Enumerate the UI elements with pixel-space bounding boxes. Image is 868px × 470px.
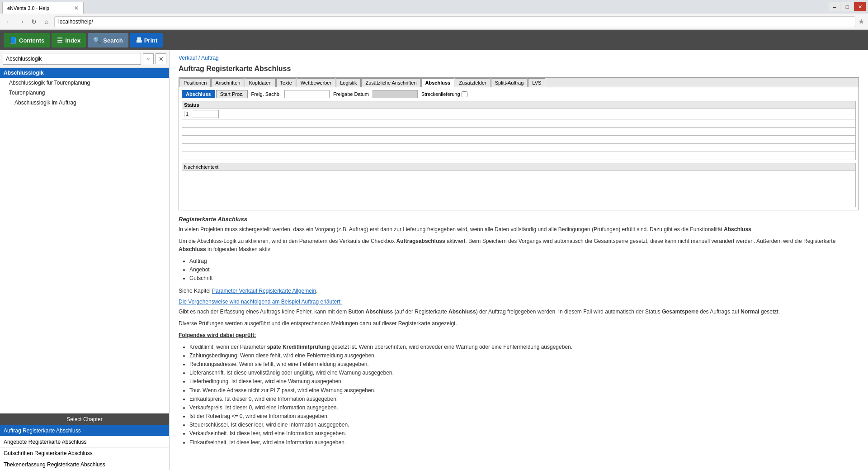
back-button[interactable]: ← bbox=[4, 17, 14, 27]
chapter-item-0[interactable]: Auftrag Registerkarte Abschluss bbox=[0, 425, 169, 437]
see-also-link[interactable]: Parameter Verkauf Registerkarte Allgemei… bbox=[212, 288, 316, 294]
page-title: Auftrag Registerkarte Abschluss bbox=[179, 65, 859, 73]
checked-item-2: Rechnungsadresse. Wenn sie fehlt, wird e… bbox=[189, 360, 859, 369]
checked-item-0: Kreditlimit, wenn der Parameter späte Kr… bbox=[189, 343, 859, 351]
example-link[interactable]: Die Vorgehensweise wird nachfolgend am B… bbox=[179, 299, 859, 305]
checked-item-1: Zahlungsbedingung. Wenn diese fehlt, wir… bbox=[189, 351, 859, 360]
bullet-list: Auftrag Angebot Gutschrift bbox=[189, 257, 859, 283]
chapter-item-1[interactable]: Angebote Registerkarte Abschluss bbox=[0, 437, 169, 448]
checked-list: Kreditlimit, wenn der Parameter späte Kr… bbox=[189, 343, 859, 447]
message-area: Nachrichtentext bbox=[182, 163, 856, 207]
table-row-empty-3 bbox=[182, 136, 856, 144]
checked-item-3: Lieferanschrift. Ist diese unvollständig… bbox=[189, 369, 859, 377]
search-clear-button[interactable]: ✕ bbox=[156, 53, 166, 64]
breadcrumb: Verkauf / Auftrag bbox=[179, 55, 859, 61]
form-tab-kopfdaten[interactable]: Kopfdaten bbox=[245, 78, 275, 87]
content-area[interactable]: Verkauf / Auftrag Auftrag Registerkarte … bbox=[170, 50, 868, 470]
form-tab-splitt-auftrag[interactable]: Splitt-Auftrag bbox=[491, 78, 528, 87]
content-para-3: Gibt es nach der Erfassung eines Auftrag… bbox=[179, 308, 859, 316]
bookmark-icon[interactable]: ★ bbox=[858, 17, 864, 26]
checked-item-8: Ist der Rohertrag <= 0, wird eine Inform… bbox=[189, 412, 859, 421]
sidebar-spacer bbox=[0, 108, 169, 413]
form-tab-logistik[interactable]: Logistik bbox=[336, 78, 361, 87]
form-tab-wettbewerber[interactable]: Wettbewerber bbox=[297, 78, 335, 87]
streckenlieferung-checkbox[interactable] bbox=[462, 91, 467, 97]
sidebar-section-header: Abschlusslogik bbox=[0, 68, 169, 78]
breadcrumb-verkauf[interactable]: Verkauf bbox=[179, 55, 197, 61]
search-icon: 🔍 bbox=[93, 37, 101, 44]
form-tab-lvs[interactable]: LVS bbox=[528, 78, 545, 87]
table-row: 1 bbox=[182, 109, 856, 119]
freig-sacb-field[interactable] bbox=[284, 90, 330, 98]
form-inner: Abschluss Start Proz. Freig. Sachb. Frei… bbox=[179, 87, 859, 210]
url-input[interactable] bbox=[54, 16, 855, 27]
form-tab-anschriften[interactable]: Anschriften bbox=[211, 78, 244, 87]
form-tab-zusaetzliche-anschriften[interactable]: Zusätzliche Anschriften bbox=[361, 78, 420, 87]
see-also-para: Siehe Kapitel Parameter Verkauf Register… bbox=[179, 287, 859, 295]
checked-item-10: Verkaufseinheit. Ist diese leer, wird ei… bbox=[189, 429, 859, 438]
freig-sacb-label: Freig. Sachb. bbox=[251, 91, 281, 97]
chapter-item-2[interactable]: Gutschriften Registerkarte Abschluss bbox=[0, 448, 169, 459]
reload-button[interactable]: ↻ bbox=[29, 17, 39, 27]
chapter-select-header: Select Chapter bbox=[0, 413, 169, 425]
sidebar-search-row: ▿ ✕ bbox=[0, 50, 169, 68]
checked-item-9: Steuerschlüssel. Ist dieser leer, wird e… bbox=[189, 421, 859, 429]
book-icon: 📘 bbox=[9, 37, 17, 44]
status-table: Status 1 bbox=[182, 101, 856, 160]
address-bar: ← → ↻ ⌂ ★ bbox=[0, 14, 868, 30]
search-filter-button[interactable]: ▿ bbox=[143, 53, 154, 64]
index-button[interactable]: ☰ Index bbox=[52, 33, 86, 47]
contents-button[interactable]: 📘 Contents bbox=[4, 33, 50, 47]
bullet-item-1: Angebot bbox=[189, 266, 859, 274]
sidebar: ▿ ✕ Abschlusslogik Abschlusslogik für To… bbox=[0, 50, 170, 470]
table-row-empty-1 bbox=[182, 119, 856, 128]
row-number: 1 bbox=[184, 111, 190, 117]
form-tab-abschluss[interactable]: Abschluss bbox=[421, 78, 455, 87]
bullet-item-2: Gutschrift bbox=[189, 274, 859, 283]
bullet-item-0: Auftrag bbox=[189, 257, 859, 266]
status-field[interactable] bbox=[192, 110, 219, 118]
close-button[interactable]: ✕ bbox=[854, 2, 866, 11]
sidebar-item-2[interactable]: Tourenplanung bbox=[0, 88, 169, 98]
search-button[interactable]: 🔍 Search bbox=[88, 33, 128, 47]
checked-item-11: Einkaufseinheit. Ist diese leer, wird ei… bbox=[189, 438, 859, 447]
form-tab-zusatzfelder[interactable]: Zusatzfelder bbox=[455, 78, 491, 87]
forward-button[interactable]: → bbox=[16, 17, 26, 27]
inner-tabs: Abschluss Start Proz. bbox=[182, 90, 248, 98]
nachrichtentext-body bbox=[182, 171, 856, 207]
status-col-header: Status bbox=[182, 101, 856, 109]
content-para-2: Um die Abschluss-Logik zu aktivieren, wi… bbox=[179, 237, 859, 253]
sidebar-search-input[interactable] bbox=[3, 53, 141, 65]
form-inner-tabs-row: Abschluss Start Proz. Freig. Sachb. Frei… bbox=[182, 90, 856, 98]
freigabe-datum-field[interactable] bbox=[373, 90, 418, 98]
checked-item-5: Tour. Wenn die Adresse nicht zur PLZ pas… bbox=[189, 386, 859, 395]
browser-tab[interactable]: eNVenta 3.8 - Help ✕ bbox=[2, 2, 84, 14]
print-button[interactable]: 🖶 Print bbox=[130, 33, 163, 47]
freigabe-datum-label: Freigabe Datum bbox=[333, 91, 369, 97]
table-row-empty-4 bbox=[182, 144, 856, 152]
home-button[interactable]: ⌂ bbox=[42, 17, 52, 27]
minimize-button[interactable]: – bbox=[829, 2, 840, 11]
checked-header: Folgendes wird dabei geprüft: bbox=[179, 331, 859, 339]
maximize-button[interactable]: □ bbox=[841, 2, 853, 11]
inner-tab-start-proz[interactable]: Start Proz. bbox=[216, 90, 248, 98]
tab-close-btn[interactable]: ✕ bbox=[74, 5, 79, 11]
sidebar-item-3[interactable]: Abschlusslogik im Auftrag bbox=[0, 98, 169, 108]
checked-item-4: Lieferbedingung. Ist diese leer, wird ei… bbox=[189, 377, 859, 386]
inner-tab-abschluss[interactable]: Abschluss bbox=[182, 90, 215, 98]
nachrichtentext-header: Nachrichtentext bbox=[182, 163, 856, 171]
checked-item-6: Einkaufspreis. Ist dieser 0, wird eine I… bbox=[189, 395, 859, 404]
content-para-1: In vielen Projekten muss sichergestellt … bbox=[179, 225, 859, 233]
form-tab-positionen[interactable]: Positionen bbox=[179, 78, 211, 87]
checked-item-7: Verkaufspreis. Ist dieser 0, wird eine I… bbox=[189, 404, 859, 412]
main-layout: ▿ ✕ Abschlusslogik Abschlusslogik für To… bbox=[0, 50, 868, 470]
sidebar-item-1[interactable]: Abschlusslogik für Tourenplanung bbox=[0, 78, 169, 88]
content-para-4: Diverse Prüfungen werden ausgeführt und … bbox=[179, 319, 859, 328]
table-row-empty-5 bbox=[182, 152, 856, 160]
chapter-item-3[interactable]: Thekenerfassung Registerkarte Abschluss bbox=[0, 459, 169, 470]
breadcrumb-auftrag[interactable]: Auftrag bbox=[201, 55, 219, 61]
window-controls: – □ ✕ bbox=[829, 2, 866, 11]
form-tab-strip: Positionen Anschriften Kopfdaten Texte W… bbox=[179, 78, 859, 87]
list-icon: ☰ bbox=[57, 37, 63, 44]
form-tab-texte[interactable]: Texte bbox=[276, 78, 296, 87]
